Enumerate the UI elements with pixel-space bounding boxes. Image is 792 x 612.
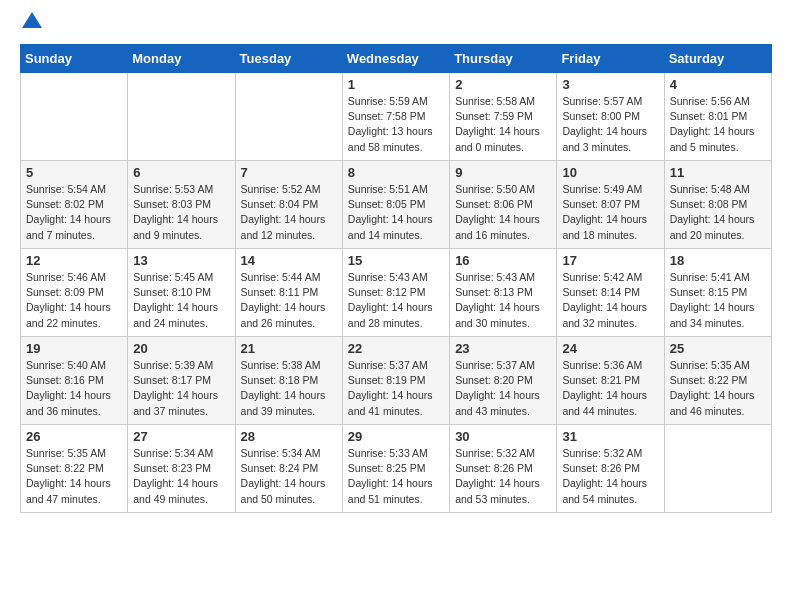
day-info: Sunrise: 5:37 AM Sunset: 8:19 PM Dayligh… (348, 358, 444, 419)
week-row-0: 1Sunrise: 5:59 AM Sunset: 7:58 PM Daylig… (21, 73, 772, 161)
day-info: Sunrise: 5:37 AM Sunset: 8:20 PM Dayligh… (455, 358, 551, 419)
col-header-wednesday: Wednesday (342, 45, 449, 73)
day-cell: 23Sunrise: 5:37 AM Sunset: 8:20 PM Dayli… (450, 337, 557, 425)
day-number: 26 (26, 429, 122, 444)
day-number: 1 (348, 77, 444, 92)
day-number: 15 (348, 253, 444, 268)
day-info: Sunrise: 5:57 AM Sunset: 8:00 PM Dayligh… (562, 94, 658, 155)
day-info: Sunrise: 5:36 AM Sunset: 8:21 PM Dayligh… (562, 358, 658, 419)
day-number: 24 (562, 341, 658, 356)
day-number: 12 (26, 253, 122, 268)
day-cell: 16Sunrise: 5:43 AM Sunset: 8:13 PM Dayli… (450, 249, 557, 337)
day-number: 21 (241, 341, 337, 356)
day-cell: 15Sunrise: 5:43 AM Sunset: 8:12 PM Dayli… (342, 249, 449, 337)
calendar-table: SundayMondayTuesdayWednesdayThursdayFrid… (20, 44, 772, 513)
day-cell (21, 73, 128, 161)
day-cell: 22Sunrise: 5:37 AM Sunset: 8:19 PM Dayli… (342, 337, 449, 425)
day-cell (128, 73, 235, 161)
day-cell (235, 73, 342, 161)
day-number: 23 (455, 341, 551, 356)
col-header-saturday: Saturday (664, 45, 771, 73)
day-cell (664, 425, 771, 513)
day-number: 28 (241, 429, 337, 444)
day-info: Sunrise: 5:54 AM Sunset: 8:02 PM Dayligh… (26, 182, 122, 243)
day-info: Sunrise: 5:32 AM Sunset: 8:26 PM Dayligh… (562, 446, 658, 507)
day-info: Sunrise: 5:34 AM Sunset: 8:24 PM Dayligh… (241, 446, 337, 507)
day-number: 29 (348, 429, 444, 444)
day-info: Sunrise: 5:56 AM Sunset: 8:01 PM Dayligh… (670, 94, 766, 155)
day-number: 25 (670, 341, 766, 356)
day-number: 9 (455, 165, 551, 180)
day-info: Sunrise: 5:44 AM Sunset: 8:11 PM Dayligh… (241, 270, 337, 331)
col-header-monday: Monday (128, 45, 235, 73)
header-row: SundayMondayTuesdayWednesdayThursdayFrid… (21, 45, 772, 73)
logo (20, 16, 42, 32)
day-number: 20 (133, 341, 229, 356)
col-header-tuesday: Tuesday (235, 45, 342, 73)
day-info: Sunrise: 5:33 AM Sunset: 8:25 PM Dayligh… (348, 446, 444, 507)
col-header-thursday: Thursday (450, 45, 557, 73)
day-number: 18 (670, 253, 766, 268)
day-cell: 11Sunrise: 5:48 AM Sunset: 8:08 PM Dayli… (664, 161, 771, 249)
day-number: 6 (133, 165, 229, 180)
day-cell: 18Sunrise: 5:41 AM Sunset: 8:15 PM Dayli… (664, 249, 771, 337)
svg-marker-0 (22, 12, 42, 28)
day-number: 11 (670, 165, 766, 180)
week-row-4: 26Sunrise: 5:35 AM Sunset: 8:22 PM Dayli… (21, 425, 772, 513)
day-number: 14 (241, 253, 337, 268)
day-info: Sunrise: 5:50 AM Sunset: 8:06 PM Dayligh… (455, 182, 551, 243)
day-info: Sunrise: 5:34 AM Sunset: 8:23 PM Dayligh… (133, 446, 229, 507)
day-info: Sunrise: 5:43 AM Sunset: 8:13 PM Dayligh… (455, 270, 551, 331)
day-info: Sunrise: 5:35 AM Sunset: 8:22 PM Dayligh… (670, 358, 766, 419)
day-cell: 30Sunrise: 5:32 AM Sunset: 8:26 PM Dayli… (450, 425, 557, 513)
day-info: Sunrise: 5:41 AM Sunset: 8:15 PM Dayligh… (670, 270, 766, 331)
day-info: Sunrise: 5:38 AM Sunset: 8:18 PM Dayligh… (241, 358, 337, 419)
logo-icon (22, 12, 42, 32)
day-cell: 1Sunrise: 5:59 AM Sunset: 7:58 PM Daylig… (342, 73, 449, 161)
day-cell: 31Sunrise: 5:32 AM Sunset: 8:26 PM Dayli… (557, 425, 664, 513)
day-cell: 6Sunrise: 5:53 AM Sunset: 8:03 PM Daylig… (128, 161, 235, 249)
day-info: Sunrise: 5:40 AM Sunset: 8:16 PM Dayligh… (26, 358, 122, 419)
day-cell: 27Sunrise: 5:34 AM Sunset: 8:23 PM Dayli… (128, 425, 235, 513)
day-number: 5 (26, 165, 122, 180)
day-number: 8 (348, 165, 444, 180)
day-cell: 20Sunrise: 5:39 AM Sunset: 8:17 PM Dayli… (128, 337, 235, 425)
day-number: 10 (562, 165, 658, 180)
col-header-friday: Friday (557, 45, 664, 73)
day-info: Sunrise: 5:53 AM Sunset: 8:03 PM Dayligh… (133, 182, 229, 243)
day-number: 13 (133, 253, 229, 268)
day-info: Sunrise: 5:32 AM Sunset: 8:26 PM Dayligh… (455, 446, 551, 507)
day-info: Sunrise: 5:48 AM Sunset: 8:08 PM Dayligh… (670, 182, 766, 243)
day-number: 2 (455, 77, 551, 92)
day-cell: 2Sunrise: 5:58 AM Sunset: 7:59 PM Daylig… (450, 73, 557, 161)
page: SundayMondayTuesdayWednesdayThursdayFrid… (0, 0, 792, 529)
week-row-3: 19Sunrise: 5:40 AM Sunset: 8:16 PM Dayli… (21, 337, 772, 425)
col-header-sunday: Sunday (21, 45, 128, 73)
day-cell: 24Sunrise: 5:36 AM Sunset: 8:21 PM Dayli… (557, 337, 664, 425)
day-info: Sunrise: 5:39 AM Sunset: 8:17 PM Dayligh… (133, 358, 229, 419)
header (20, 16, 772, 32)
day-info: Sunrise: 5:43 AM Sunset: 8:12 PM Dayligh… (348, 270, 444, 331)
day-info: Sunrise: 5:45 AM Sunset: 8:10 PM Dayligh… (133, 270, 229, 331)
day-info: Sunrise: 5:58 AM Sunset: 7:59 PM Dayligh… (455, 94, 551, 155)
day-info: Sunrise: 5:46 AM Sunset: 8:09 PM Dayligh… (26, 270, 122, 331)
day-cell: 19Sunrise: 5:40 AM Sunset: 8:16 PM Dayli… (21, 337, 128, 425)
day-cell: 17Sunrise: 5:42 AM Sunset: 8:14 PM Dayli… (557, 249, 664, 337)
day-info: Sunrise: 5:51 AM Sunset: 8:05 PM Dayligh… (348, 182, 444, 243)
day-cell: 10Sunrise: 5:49 AM Sunset: 8:07 PM Dayli… (557, 161, 664, 249)
day-cell: 5Sunrise: 5:54 AM Sunset: 8:02 PM Daylig… (21, 161, 128, 249)
day-cell: 9Sunrise: 5:50 AM Sunset: 8:06 PM Daylig… (450, 161, 557, 249)
day-number: 30 (455, 429, 551, 444)
day-cell: 14Sunrise: 5:44 AM Sunset: 8:11 PM Dayli… (235, 249, 342, 337)
day-cell: 4Sunrise: 5:56 AM Sunset: 8:01 PM Daylig… (664, 73, 771, 161)
day-cell: 7Sunrise: 5:52 AM Sunset: 8:04 PM Daylig… (235, 161, 342, 249)
day-info: Sunrise: 5:42 AM Sunset: 8:14 PM Dayligh… (562, 270, 658, 331)
day-cell: 29Sunrise: 5:33 AM Sunset: 8:25 PM Dayli… (342, 425, 449, 513)
day-number: 22 (348, 341, 444, 356)
day-info: Sunrise: 5:59 AM Sunset: 7:58 PM Dayligh… (348, 94, 444, 155)
day-number: 16 (455, 253, 551, 268)
day-cell: 21Sunrise: 5:38 AM Sunset: 8:18 PM Dayli… (235, 337, 342, 425)
day-info: Sunrise: 5:35 AM Sunset: 8:22 PM Dayligh… (26, 446, 122, 507)
day-cell: 8Sunrise: 5:51 AM Sunset: 8:05 PM Daylig… (342, 161, 449, 249)
day-cell: 26Sunrise: 5:35 AM Sunset: 8:22 PM Dayli… (21, 425, 128, 513)
